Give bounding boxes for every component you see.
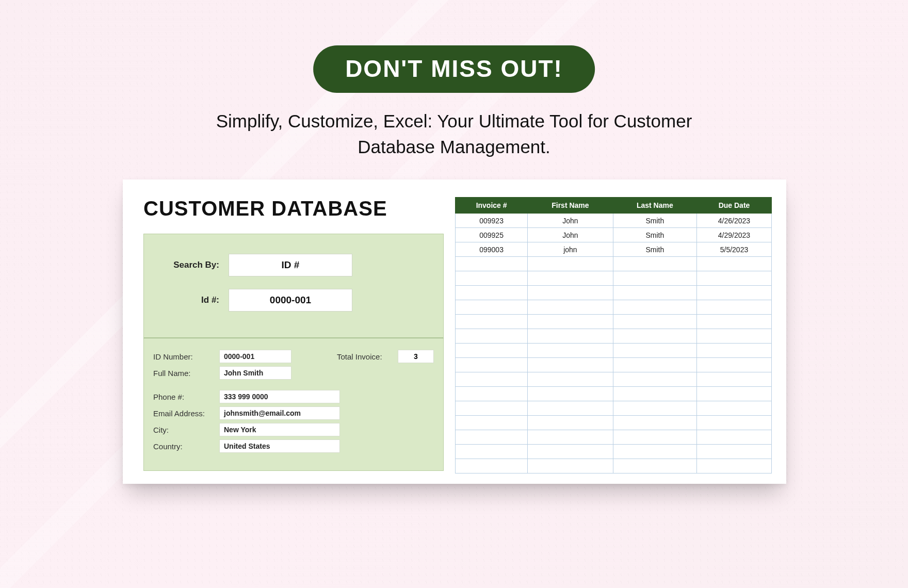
table-cell <box>696 329 771 344</box>
table-cell <box>528 329 613 344</box>
spreadsheet-preview: CUSTOMER DATABASE Search By: ID # Id #: … <box>123 179 786 484</box>
table-row: 009925JohnSmith4/29/2023 <box>456 228 772 242</box>
table-cell <box>528 430 613 445</box>
table-row <box>456 315 772 329</box>
table-row <box>456 430 772 445</box>
table-cell <box>456 430 528 445</box>
left-panel: CUSTOMER DATABASE Search By: ID # Id #: … <box>143 197 444 475</box>
table-cell <box>456 315 528 329</box>
table-row <box>456 344 772 358</box>
country-label: Country: <box>153 442 219 451</box>
email-label: Email Address: <box>153 409 219 418</box>
table-cell <box>613 430 696 445</box>
invoice-table-panel: Invoice #First NameLast NameDue Date 009… <box>455 197 772 475</box>
table-row <box>456 459 772 473</box>
table-cell <box>696 387 771 401</box>
table-row <box>456 257 772 271</box>
table-cell <box>613 286 696 300</box>
table-row <box>456 286 772 300</box>
table-cell <box>528 416 613 430</box>
table-cell <box>613 257 696 271</box>
table-cell <box>613 372 696 387</box>
table-cell <box>528 286 613 300</box>
table-cell <box>696 344 771 358</box>
table-cell <box>456 372 528 387</box>
table-header: Last Name <box>613 198 696 214</box>
id-number-label: ID Number: <box>153 352 219 361</box>
search-id-label: Id #: <box>156 295 229 305</box>
table-cell <box>528 401 613 416</box>
table-header: Due Date <box>696 198 771 214</box>
table-cell <box>528 300 613 315</box>
table-cell: Smith <box>613 214 696 228</box>
table-cell <box>613 271 696 286</box>
table-cell <box>613 416 696 430</box>
table-cell <box>456 387 528 401</box>
table-cell: John <box>528 214 613 228</box>
table-row <box>456 372 772 387</box>
email-value: johnsmith@email.com <box>219 406 340 420</box>
table-cell <box>528 271 613 286</box>
table-cell <box>613 387 696 401</box>
table-cell <box>696 401 771 416</box>
table-cell <box>613 459 696 473</box>
table-cell: 009923 <box>456 214 528 228</box>
table-row <box>456 300 772 315</box>
table-cell <box>456 358 528 372</box>
id-number-value: 0000-001 <box>219 350 291 363</box>
search-id-field[interactable]: 0000-001 <box>229 289 352 312</box>
full-name-value: John Smith <box>219 366 291 380</box>
table-cell <box>696 372 771 387</box>
table-cell <box>613 329 696 344</box>
table-cell <box>613 315 696 329</box>
table-cell: 4/26/2023 <box>696 214 771 228</box>
table-cell <box>456 459 528 473</box>
page-title: CUSTOMER DATABASE <box>143 197 444 220</box>
table-cell <box>456 344 528 358</box>
table-cell: Smith <box>613 242 696 257</box>
table-cell: 009925 <box>456 228 528 242</box>
table-cell <box>696 286 771 300</box>
city-label: City: <box>153 426 219 434</box>
full-name-label: Full Name: <box>153 369 219 378</box>
table-cell <box>613 445 696 459</box>
table-cell <box>696 416 771 430</box>
table-cell <box>613 401 696 416</box>
phone-value: 333 999 0000 <box>219 390 340 403</box>
promo-tagline: Simplify, Customize, Excel: Your Ultimat… <box>196 108 712 159</box>
table-cell <box>456 257 528 271</box>
table-cell <box>696 257 771 271</box>
table-cell <box>528 344 613 358</box>
table-cell <box>613 358 696 372</box>
total-invoice-label: Total Invoice: <box>337 352 398 361</box>
table-header: First Name <box>528 198 613 214</box>
table-cell <box>696 315 771 329</box>
table-row <box>456 271 772 286</box>
invoice-table: Invoice #First NameLast NameDue Date 009… <box>455 197 772 473</box>
table-cell <box>613 344 696 358</box>
table-cell <box>696 430 771 445</box>
table-cell <box>696 300 771 315</box>
table-header: Invoice # <box>456 198 528 214</box>
table-cell <box>456 300 528 315</box>
search-panel: Search By: ID # Id #: 0000-001 <box>143 234 444 338</box>
table-cell: 5/5/2023 <box>696 242 771 257</box>
search-by-field[interactable]: ID # <box>229 254 352 276</box>
table-cell <box>456 286 528 300</box>
table-cell: Smith <box>613 228 696 242</box>
table-row <box>456 401 772 416</box>
table-cell <box>528 257 613 271</box>
table-cell <box>528 372 613 387</box>
phone-label: Phone #: <box>153 393 219 401</box>
promo-pill: DON'T MISS OUT! <box>313 45 595 93</box>
table-cell <box>456 329 528 344</box>
country-value: United States <box>219 439 340 453</box>
table-cell <box>456 401 528 416</box>
table-row <box>456 329 772 344</box>
table-cell: john <box>528 242 613 257</box>
city-value: New York <box>219 423 340 436</box>
table-cell <box>456 416 528 430</box>
table-cell: John <box>528 228 613 242</box>
table-cell <box>528 387 613 401</box>
table-cell <box>696 271 771 286</box>
